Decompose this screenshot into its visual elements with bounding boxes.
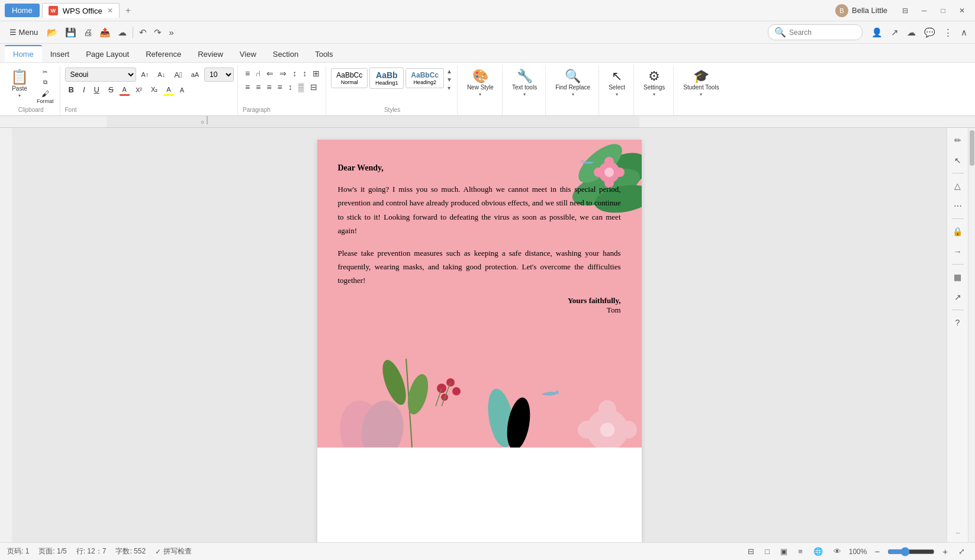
align-right-button[interactable]: ≡: [264, 81, 273, 93]
bold-button[interactable]: B: [65, 83, 78, 96]
para-border-button[interactable]: ⊟: [308, 81, 320, 93]
view-page-button[interactable]: □: [762, 545, 773, 558]
more-tools-button[interactable]: »: [166, 25, 176, 40]
align-left-button[interactable]: ≡: [243, 81, 252, 93]
document-area[interactable]: Dear Wendy, How's it going? I miss you s…: [12, 128, 947, 542]
save-icon[interactable]: 💾: [62, 25, 79, 40]
tab-insert[interactable]: Insert: [42, 46, 78, 62]
sort-button[interactable]: ↕: [290, 67, 299, 79]
style-normal[interactable]: AaBbCc Normal: [331, 68, 368, 88]
cloud-icon[interactable]: ☁: [115, 25, 130, 40]
align-center-button[interactable]: ≡: [253, 81, 263, 93]
font-color-button[interactable]: A: [119, 84, 130, 96]
window-restore-button[interactable]: ⊟: [897, 4, 913, 17]
comment-icon[interactable]: 💬: [921, 25, 938, 40]
right-edit-button[interactable]: ✏: [950, 133, 966, 148]
increase-indent-button[interactable]: ⇒: [277, 67, 289, 79]
font-style-button[interactable]: A: [176, 85, 188, 95]
zoom-in-button[interactable]: +: [939, 544, 951, 559]
italic-button[interactable]: I: [79, 83, 89, 96]
home-tab-button[interactable]: Home: [5, 4, 40, 17]
scrollbar-thumb[interactable]: [970, 130, 974, 166]
subscript-button[interactable]: X₂: [147, 84, 161, 95]
settings-button[interactable]: ⚙ Settings ▾: [639, 67, 670, 99]
text-tools-button[interactable]: 🔧 Text tools ▾: [507, 67, 542, 99]
style-scroll-down[interactable]: ▼: [445, 76, 453, 83]
style-scroll-up[interactable]: ▲: [445, 67, 453, 75]
shading-button[interactable]: ▒: [296, 81, 307, 93]
fit-page-button[interactable]: ⤢: [955, 545, 968, 558]
char-spacing[interactable]: aA: [188, 69, 202, 80]
collapse-ribbon-icon[interactable]: ∧: [958, 25, 970, 40]
align-justify-button[interactable]: ≡: [275, 81, 285, 93]
copy-button[interactable]: ⧉: [34, 78, 56, 87]
underline-button[interactable]: U: [91, 83, 103, 96]
right-effects-button[interactable]: ⋯: [950, 198, 966, 214]
new-tab-button[interactable]: +: [122, 5, 134, 16]
line-spacing-button[interactable]: ↕: [286, 81, 295, 93]
tab-review[interactable]: Review: [189, 46, 231, 62]
view-outline-button[interactable]: ≡: [795, 545, 806, 558]
clear-format[interactable]: A⃝: [170, 69, 185, 81]
tab-section[interactable]: Section: [265, 46, 307, 62]
window-close-button[interactable]: ✕: [954, 4, 970, 17]
tab-home[interactable]: Home: [5, 45, 42, 62]
tab-view[interactable]: View: [231, 46, 265, 62]
font-name-select[interactable]: Seoui: [65, 67, 136, 82]
export-icon[interactable]: 📤: [96, 25, 114, 40]
right-import-button[interactable]: →: [950, 244, 966, 259]
search-input[interactable]: [789, 28, 856, 37]
find-replace-button[interactable]: 🔍 Find Replace ▾: [551, 67, 595, 99]
tab-tools[interactable]: Tools: [307, 46, 341, 62]
bullet-list-button[interactable]: ≡: [243, 67, 252, 79]
paste-button[interactable]: 📋 Paste ▾: [6, 67, 33, 101]
numbered-list-button[interactable]: ⑁: [253, 67, 263, 79]
font-size-increase[interactable]: A↑: [138, 69, 153, 80]
menu-button[interactable]: ☰ Menu: [5, 25, 43, 39]
format-painter-button[interactable]: 🖌 Format: [34, 88, 56, 105]
tab-page-layout[interactable]: Page Layout: [78, 46, 137, 62]
user-switch-icon[interactable]: 👤: [868, 25, 886, 40]
spell-check[interactable]: ✓ 拼写检查: [155, 546, 192, 556]
redo-button[interactable]: ↷: [151, 25, 165, 40]
borders-button[interactable]: ⊞: [310, 67, 322, 79]
para-spacing-button[interactable]: ↕: [300, 67, 309, 79]
decrease-indent-button[interactable]: ⇐: [264, 67, 276, 79]
window-minimize-button[interactable]: ─: [916, 4, 932, 17]
student-tools-button[interactable]: 🎓 Student Tools ▾: [678, 67, 723, 99]
superscript-button[interactable]: X²: [132, 85, 146, 95]
right-table-button[interactable]: ▦: [950, 269, 966, 285]
more-menu-icon[interactable]: ⋮: [941, 25, 955, 40]
print-icon[interactable]: 🖨: [81, 25, 95, 40]
track-changes-button[interactable]: 👁: [831, 545, 844, 558]
style-heading2[interactable]: AaBbCc Heading2: [406, 68, 444, 88]
select-button[interactable]: ↖ Select ▾: [604, 67, 630, 99]
font-size-decrease[interactable]: A↓: [154, 69, 169, 80]
open-icon[interactable]: 📂: [44, 25, 61, 40]
font-size-select[interactable]: 10: [204, 67, 234, 82]
scrollbar-track[interactable]: [968, 128, 975, 542]
right-help-button[interactable]: ?: [950, 315, 966, 330]
tab-close-button[interactable]: ✕: [107, 7, 113, 15]
new-style-button[interactable]: 🎨 New Style ▾: [462, 67, 498, 99]
view-read-button[interactable]: ▣: [777, 545, 790, 558]
style-heading1[interactable]: AaBb Heading1: [369, 67, 404, 89]
right-shapes-button[interactable]: △: [950, 178, 966, 194]
share-icon[interactable]: ↗: [888, 25, 902, 40]
right-select-button[interactable]: ↖: [950, 153, 966, 168]
strikethrough-button[interactable]: S: [105, 83, 117, 96]
window-maximize-button[interactable]: □: [935, 4, 951, 17]
highlight-button[interactable]: A: [163, 84, 174, 96]
language-button[interactable]: 🌐: [810, 545, 826, 558]
view-normal-button[interactable]: ⊟: [745, 545, 757, 558]
zoom-out-button[interactable]: −: [871, 544, 883, 559]
cloud-save-icon[interactable]: ☁: [904, 25, 919, 40]
cut-button[interactable]: ✂: [34, 67, 56, 76]
right-lock-button[interactable]: 🔒: [950, 224, 966, 239]
search-box[interactable]: 🔍: [768, 24, 863, 40]
zoom-slider[interactable]: [887, 547, 935, 556]
style-expand[interactable]: ▾: [445, 84, 453, 92]
tab-reference[interactable]: Reference: [137, 46, 189, 62]
right-share-button[interactable]: ↗: [950, 289, 966, 305]
undo-button[interactable]: ↶: [136, 25, 150, 40]
